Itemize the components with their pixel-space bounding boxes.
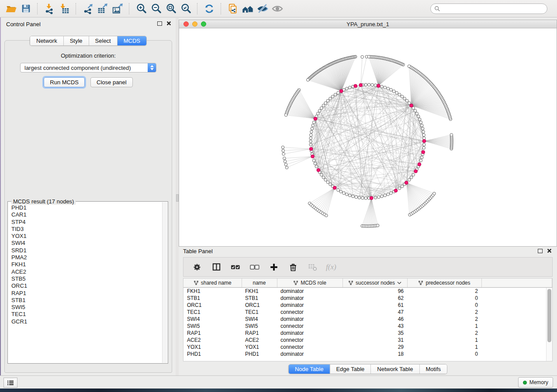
open-session-button[interactable] [3,2,18,15]
mcds-result-item[interactable]: SWI4 [8,240,162,247]
graph-node-selected[interactable] [339,89,343,93]
show-all-button[interactable] [270,2,285,15]
graph-node[interactable] [358,196,361,199]
graph-node[interactable] [337,91,340,94]
mcds-result-item[interactable]: STP4 [8,219,162,226]
graph-node-selected[interactable] [394,189,398,193]
graph-node[interactable] [317,112,320,115]
tab-edge-table[interactable]: Edge Table [330,364,371,374]
graph-node[interactable] [310,134,313,137]
mcds-result-item[interactable]: SWI5 [8,304,162,311]
graph-node-selected[interactable] [422,139,426,143]
mcds-result-item[interactable]: PHD1 [8,204,162,211]
table-row[interactable]: SWI5SWI5connector431 [183,323,552,330]
graph-node[interactable] [361,55,364,58]
column-header-shared-name[interactable]: shared name [183,279,242,288]
graph-node[interactable] [329,97,332,100]
graph-node[interactable] [324,102,327,105]
table-row[interactable]: FKH1FKH1dominator962 [183,288,552,295]
graph-node[interactable] [417,115,420,118]
mcds-result-item[interactable]: GCR1 [8,318,162,325]
float-panel-icon[interactable] [538,249,543,253]
run-mcds-button[interactable]: Run MCDS [44,77,85,87]
graph-node-selected[interactable] [418,163,421,166]
mcds-result-item[interactable]: RAP1 [8,290,162,297]
save-session-button[interactable] [18,2,33,15]
tab-mcds[interactable]: MCDS [118,36,146,45]
mcds-result-item[interactable]: STB1 [8,297,162,304]
select-all-columns-button[interactable] [229,261,242,274]
network-search-box[interactable] [430,3,547,14]
graph-node[interactable] [418,118,421,121]
graph-node[interactable] [329,183,332,186]
graph-node[interactable] [339,190,343,193]
close-panel-icon[interactable] [166,21,171,26]
graph-node[interactable] [450,134,453,137]
graph-node[interactable] [343,192,346,195]
graph-node[interactable] [387,193,390,196]
graph-node[interactable] [381,195,384,198]
graph-node[interactable] [337,189,340,192]
graph-node[interactable] [312,159,315,162]
graph-node-selected[interactable] [377,84,380,88]
graph-node[interactable] [376,224,379,227]
graph-node[interactable] [282,152,285,155]
graph-node[interactable] [395,91,398,94]
mcds-list-scrollbar[interactable] [162,202,167,363]
graph-node[interactable] [390,192,393,195]
first-neighbors-button[interactable] [240,2,255,15]
float-panel-icon[interactable] [157,21,162,26]
search-input[interactable] [440,5,543,12]
tab-network[interactable]: Network [30,36,64,45]
graph-node[interactable] [285,166,288,169]
mcds-result-item[interactable]: SRD1 [8,247,162,254]
graph-node[interactable] [320,173,323,176]
graph-node-selected[interactable] [309,147,313,151]
graph-node[interactable] [421,127,424,130]
tab-node-table[interactable]: Node Table [289,364,330,374]
graph-node-selected[interactable] [414,169,418,173]
graph-node[interactable] [410,176,413,179]
graph-node-selected[interactable] [317,168,320,172]
maximize-window-icon[interactable] [201,21,206,27]
export-table-button[interactable] [95,2,110,15]
graph-node[interactable] [349,194,352,197]
graph-node[interactable] [401,95,404,98]
unselect-all-columns-button[interactable] [248,261,261,274]
table-row[interactable]: ORC1ORC1dominator610 [183,302,552,309]
hide-selected-button[interactable] [255,2,270,15]
graph-node[interactable] [284,163,287,166]
graph-node[interactable] [322,176,325,179]
optimization-criterion-select[interactable]: largest connected component (undirected) [20,63,156,72]
graph-node[interactable] [281,146,284,149]
graph-node[interactable] [419,159,422,162]
table-row[interactable]: PHD1PHD1dominator180 [183,351,552,358]
import-table-button[interactable] [57,2,72,15]
graph-node[interactable] [320,107,323,110]
graph-node[interactable] [390,88,393,91]
graph-node[interactable] [346,87,349,90]
table-settings-button[interactable] [190,261,204,274]
vertical-splitter[interactable] [176,18,179,375]
zoom-fit-button[interactable] [163,2,178,15]
tab-motifs[interactable]: Motifs [419,364,447,374]
graph-node[interactable] [364,197,367,200]
network-canvas[interactable] [179,28,557,246]
mcds-result-item[interactable]: TID3 [8,226,162,233]
graph-node[interactable] [283,157,286,160]
column-header-predecessor-nodes[interactable]: predecessor nodes [407,279,481,288]
minimize-window-icon[interactable] [192,21,197,27]
graph-node[interactable] [349,86,352,89]
graph-node[interactable] [374,196,377,199]
graph-node[interactable] [422,147,426,150]
mcds-result-item[interactable]: YOX1 [8,233,162,240]
table-row[interactable]: TEC1TEC1connector472 [183,309,552,316]
tab-network-table[interactable]: Network Table [371,364,419,374]
mcds-result-item[interactable]: FKH1 [8,261,162,268]
graph-node[interactable] [371,83,374,86]
graph-node[interactable] [318,109,321,112]
graph-node[interactable] [284,160,287,163]
graph-node[interactable] [309,137,312,140]
graph-node-selected[interactable] [359,83,363,87]
graph-node[interactable] [384,86,387,89]
